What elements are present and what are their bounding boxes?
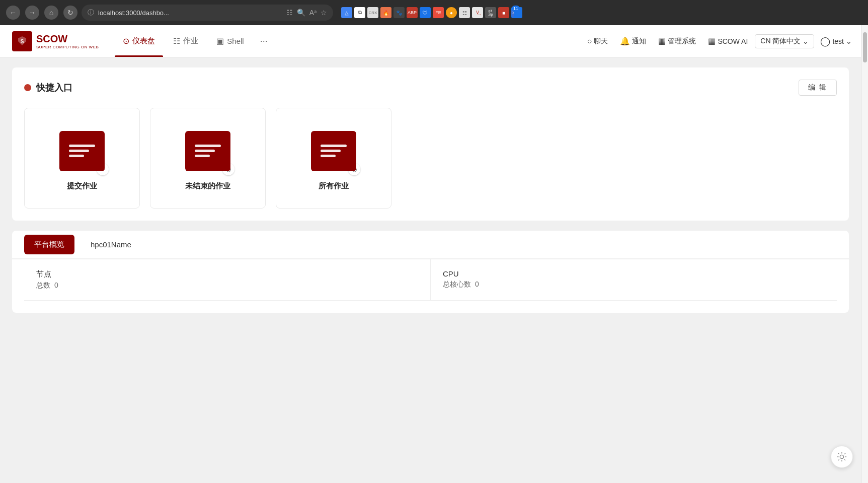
- ext-red-icon[interactable]: ■: [498, 7, 509, 18]
- ext-crx-icon[interactable]: CRX: [367, 7, 378, 18]
- red-dot-icon: [24, 84, 31, 91]
- unfinished-jobs-label: 未结束的作业: [185, 181, 230, 191]
- card-lines-submit: [69, 145, 95, 157]
- logo-text: SCOW SUPER COMPUTING ON WEB: [36, 33, 99, 49]
- all-jobs-label: 所有作业: [319, 181, 349, 191]
- browser-extensions: △ ⧉ CRX 🔥 🐾 ABP 🛡 FE ● ☷ V͢ gitzip ■ ○ 1…: [341, 7, 522, 18]
- zoom-icon: 🔍: [297, 9, 305, 17]
- dashboard-icon: ⊙: [123, 36, 129, 46]
- nav-jobs[interactable]: ☷ 作业: [165, 25, 206, 57]
- line-3: [69, 155, 84, 157]
- platform-content: 节点 总数 0 CPU 总核心数 0: [12, 259, 849, 301]
- line-1: [321, 145, 347, 147]
- badge-count: 11: [512, 6, 520, 12]
- card-lines-all: [321, 145, 347, 157]
- ext-flame-icon[interactable]: 🔥: [380, 7, 391, 18]
- jobs-icon: ☷: [173, 36, 180, 46]
- more-label: ···: [260, 36, 268, 46]
- nodes-label: 节点: [36, 269, 418, 279]
- ext-ab-icon[interactable]: ABP: [407, 7, 418, 18]
- info-icon: ⓘ: [88, 8, 94, 17]
- nav-shell[interactable]: ▣ Shell: [208, 25, 252, 57]
- logo[interactable]: S SCOW SUPER COMPUTING ON WEB: [12, 31, 99, 51]
- nav-shell-label: Shell: [227, 37, 244, 45]
- section-title: 快捷入口: [24, 82, 72, 94]
- svg-text:S: S: [21, 39, 24, 44]
- chat-icon: ○: [587, 37, 592, 46]
- browser-chrome: ← → ⌂ ↻ ⓘ localhost:3000/dashbo... ☷ 🔍 A…: [0, 0, 868, 25]
- quick-access-section: 快捷入口 编 辑 + 提交作业: [12, 67, 849, 221]
- nav-dashboard-label: 仪表盘: [132, 36, 155, 46]
- logo-icon: S: [12, 31, 32, 51]
- forward-button[interactable]: →: [25, 6, 39, 20]
- ext-doc-icon[interactable]: ☷: [459, 7, 470, 18]
- username: test: [832, 37, 844, 45]
- main-content: 快捷入口 编 辑 + 提交作业: [0, 57, 861, 333]
- scrollbar[interactable]: [861, 25, 868, 333]
- reload-button[interactable]: ↻: [63, 6, 77, 20]
- notifications-label: 通知: [632, 37, 646, 46]
- cpu-label: CPU: [443, 269, 825, 278]
- card-icon-wrapper-unfinished: ◷: [185, 131, 230, 171]
- card-icon-main-submit: [59, 131, 105, 171]
- ext-avatar-icon[interactable]: ○ 11: [511, 7, 522, 18]
- tab-icon: ☷: [286, 9, 293, 17]
- nodes-value-prefix: 总数: [36, 281, 50, 289]
- ext-circle-icon[interactable]: ●: [446, 7, 457, 18]
- section-header: 快捷入口 编 辑: [24, 80, 837, 96]
- nav-notifications[interactable]: 🔔 通知: [615, 34, 651, 48]
- tab-hpc01[interactable]: hpc01Name: [78, 232, 143, 257]
- user-chevron-icon: ⌄: [846, 37, 852, 45]
- text-icon: Aᵃ: [309, 9, 317, 17]
- line-1: [69, 145, 95, 147]
- navbar: S SCOW SUPER COMPUTING ON WEB ⊙ 仪表盘 ☷ 作业…: [0, 25, 868, 57]
- all-jobs-card[interactable]: ◷ 所有作业: [276, 108, 391, 209]
- home-button[interactable]: ⌂: [44, 6, 58, 20]
- user-menu[interactable]: ◯ test ⌄: [816, 34, 856, 49]
- notification-icon: 🔔: [620, 36, 630, 46]
- ext-vk-icon[interactable]: V͢: [472, 7, 483, 18]
- nav-more[interactable]: ···: [254, 25, 274, 57]
- ext-cursor-icon[interactable]: ⧉: [354, 7, 365, 18]
- ext-shield-icon[interactable]: 🛡: [420, 7, 431, 18]
- browser-controls: ← → ⌂ ↻: [6, 6, 77, 20]
- platform-tabs: 平台概览 hpc01Name: [12, 231, 849, 259]
- unfinished-jobs-card[interactable]: ◷ 未结束的作业: [150, 108, 266, 209]
- edit-button[interactable]: 编 辑: [799, 80, 837, 96]
- language-selector[interactable]: CN 简体中文 ⌄: [755, 34, 814, 48]
- shell-icon: ▣: [216, 36, 224, 46]
- scrollbar-thumb[interactable]: [863, 32, 867, 62]
- nav-management[interactable]: ▦ 管理系统: [653, 34, 701, 48]
- address-bar[interactable]: ⓘ localhost:3000/dashbo... ☷ 🔍 Aᵃ ☆: [82, 5, 333, 21]
- card-icon-main-all: [311, 131, 356, 171]
- submit-job-card[interactable]: + 提交作业: [24, 108, 140, 209]
- nav-dashboard[interactable]: ⊙ 仪表盘: [115, 25, 163, 57]
- stat-cpu: CPU 总核心数 0: [430, 259, 837, 301]
- nav-scow-ai[interactable]: ▦ SCOW AI: [703, 34, 753, 48]
- nav-right: ○ 聊天 🔔 通知 ▦ 管理系统 ▦ SCOW AI CN 简体中文 ⌄ ◯ t…: [582, 34, 856, 49]
- nodes-count: 0: [54, 281, 58, 289]
- cpu-count: 0: [475, 280, 479, 288]
- card-lines-unfinished: [195, 145, 221, 157]
- ext-map-icon[interactable]: △: [341, 7, 352, 18]
- submit-job-label: 提交作业: [67, 181, 97, 191]
- cpu-value: 总核心数 0: [443, 280, 825, 289]
- line-3: [195, 155, 210, 157]
- nav-chat[interactable]: ○ 聊天: [582, 35, 613, 48]
- logo-main: SCOW: [36, 33, 99, 45]
- stat-nodes: 节点 总数 0: [24, 259, 430, 301]
- ext-fe-icon[interactable]: FE: [433, 7, 444, 18]
- nav-jobs-label: 作业: [183, 36, 198, 46]
- line-1: [195, 145, 221, 147]
- ext-gitzip-icon[interactable]: gitzip: [485, 7, 496, 18]
- ext-claw-icon[interactable]: 🐾: [393, 7, 405, 18]
- nav-items: ⊙ 仪表盘 ☷ 作业 ▣ Shell ···: [115, 25, 273, 57]
- back-button[interactable]: ←: [6, 6, 20, 20]
- language-label: CN 简体中文: [760, 37, 801, 46]
- user-icon: ◯: [820, 36, 830, 47]
- chevron-down-icon: ⌄: [803, 37, 809, 45]
- tab-platform-overview[interactable]: 平台概览: [24, 235, 74, 254]
- platform-section: 平台概览 hpc01Name 节点 总数 0 CPU 总核心数 0: [12, 231, 849, 313]
- management-label: 管理系统: [668, 37, 696, 46]
- card-icon-wrapper-submit: +: [59, 131, 105, 171]
